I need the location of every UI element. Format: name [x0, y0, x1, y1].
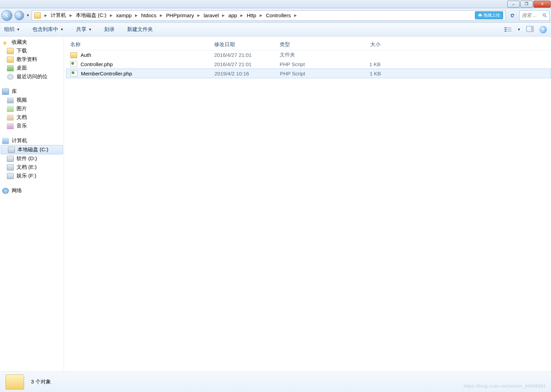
chevron-right-icon: ▶: [293, 13, 298, 17]
main-content-area: ★收藏夹 下载 教学资料 桌面 最近访问的位 库 视频 图片 文档 音乐 计算机…: [0, 37, 551, 371]
nav-forward-button[interactable]: [14, 11, 24, 20]
refresh-button[interactable]: [508, 11, 517, 20]
status-bar: 3 个对象: [0, 371, 551, 392]
chevron-right-icon: ▶: [239, 13, 245, 17]
nav-group-libraries: 库 视频 图片 文档 音乐: [0, 87, 64, 130]
preview-pane-button[interactable]: [526, 26, 534, 33]
nav-root-favorites[interactable]: ★收藏夹: [0, 38, 64, 47]
nav-libraries-label: 库: [12, 88, 17, 95]
search-input[interactable]: 搜索 ...: [519, 10, 550, 21]
nav-item-drive-f[interactable]: 娱乐 (F:): [0, 172, 64, 180]
nav-item-pictures[interactable]: 图片: [0, 104, 64, 113]
nav-item-music[interactable]: 音乐: [0, 122, 64, 130]
chevron-right-icon: ▶: [108, 13, 114, 17]
svg-rect-5: [507, 27, 511, 28]
crumb-phpprimary[interactable]: PHPprimary: [165, 12, 195, 19]
organize-menu[interactable]: 组织▼: [4, 26, 20, 33]
file-row[interactable]: MemberController.php2019/4/2 10:16PHP Sc…: [66, 69, 551, 78]
nav-back-button[interactable]: [1, 10, 12, 21]
nav-item-teaching[interactable]: 教学资料: [0, 55, 64, 64]
nav-network-label: 网络: [12, 187, 22, 194]
star-icon: ★: [2, 39, 9, 45]
nav-history-dropdown[interactable]: ▼: [26, 13, 30, 17]
nav-item-videos[interactable]: 视频: [0, 96, 64, 104]
crumb-drive-c[interactable]: 本地磁盘 (C:): [74, 11, 108, 19]
crumb-http[interactable]: Http: [245, 12, 258, 19]
file-name: Auth: [81, 52, 91, 58]
include-label: 包含到库中: [32, 26, 58, 33]
chevron-right-icon: ▶: [258, 13, 264, 17]
drive-icon: [7, 164, 14, 171]
crumb-app[interactable]: app: [227, 12, 238, 19]
nav-item-label: 软件 (D:): [17, 155, 37, 162]
cloud-upload-icon: [478, 13, 482, 18]
nav-item-recent[interactable]: 最近访问的位: [0, 72, 64, 81]
nav-item-drive-c[interactable]: 本地磁盘 (C:): [1, 145, 63, 154]
file-name: Controller.php: [81, 61, 113, 67]
nav-group-network: 网络: [0, 186, 64, 195]
search-placeholder: 搜索 ...: [522, 12, 537, 19]
crumb-xampp[interactable]: xampp: [115, 12, 133, 19]
navigation-pane[interactable]: ★收藏夹 下载 教学资料 桌面 最近访问的位 库 视频 图片 文档 音乐 计算机…: [0, 37, 64, 371]
column-header-name[interactable]: 名称: [66, 41, 214, 48]
help-button[interactable]: ?: [539, 26, 547, 33]
nav-item-drive-d[interactable]: 软件 (D:): [0, 154, 64, 163]
file-list-pane: 名称 修改日期 类型 大小 Auth2016/4/27 21:01文件夹Cont…: [64, 37, 551, 371]
upload-badge[interactable]: 拖拽上传: [475, 11, 503, 19]
window-minimize-button[interactable]: –: [507, 1, 520, 8]
file-modified: 2016/4/27 21:01: [214, 61, 280, 67]
window-titlebar: – ❐ ✕: [0, 0, 551, 8]
organize-label: 组织: [4, 26, 14, 33]
video-icon: [7, 97, 14, 103]
crumb-laravel[interactable]: laravel: [202, 12, 220, 19]
file-row[interactable]: Auth2016/4/27 21:01文件夹: [66, 50, 551, 60]
folder-icon: [34, 12, 41, 19]
nav-root-libraries[interactable]: 库: [0, 87, 64, 96]
column-headers[interactable]: 名称 修改日期 类型 大小: [66, 39, 551, 50]
column-header-modified[interactable]: 修改日期: [214, 41, 280, 48]
svg-rect-9: [531, 26, 533, 32]
crumb-htdocs[interactable]: htdocs: [140, 12, 158, 19]
crumb-computer[interactable]: 计算机: [49, 11, 67, 19]
drive-icon: [7, 156, 14, 162]
file-row[interactable]: Controller.php2016/4/27 21:01PHP Script1…: [66, 60, 551, 69]
file-size: 1 KB: [345, 71, 385, 76]
share-menu[interactable]: 共享▼: [76, 26, 92, 33]
change-view-button[interactable]: [504, 27, 512, 33]
column-header-type[interactable]: 类型: [280, 41, 345, 48]
crumb-controllers[interactable]: Controllers: [264, 12, 292, 19]
svg-line-1: [545, 16, 547, 17]
svg-rect-3: [505, 29, 507, 30]
nav-root-computer[interactable]: 计算机: [0, 136, 64, 145]
nav-item-desktop[interactable]: 桌面: [0, 64, 64, 72]
window-close-button[interactable]: ✕: [533, 1, 551, 8]
nav-item-downloads[interactable]: 下载: [0, 47, 64, 55]
file-name: MemberController.php: [81, 71, 132, 76]
nav-item-documents[interactable]: 文档: [0, 113, 64, 122]
nav-group-favorites: ★收藏夹 下载 教学资料 桌面 最近访问的位: [0, 38, 64, 81]
nav-item-label: 文档: [17, 114, 27, 121]
nav-item-label: 下载: [17, 48, 27, 54]
window-maximize-button[interactable]: ❐: [520, 1, 533, 8]
file-modified: 2016/4/27 21:01: [214, 52, 280, 58]
file-modified: 2019/4/2 10:16: [215, 71, 280, 76]
address-bar-row: ▼ ▶ 计算机 ▶ 本地磁盘 (C:) ▶ xampp ▶ htdocs ▶ P…: [0, 8, 551, 23]
drive-icon: [7, 173, 14, 179]
burn-button[interactable]: 刻录: [104, 26, 115, 33]
library-icon: [2, 89, 9, 95]
desktop-icon: [7, 65, 14, 71]
new-folder-button[interactable]: 新建文件夹: [127, 26, 153, 33]
nav-item-label: 音乐: [17, 123, 27, 129]
chevron-right-icon: ▶: [196, 13, 201, 17]
php-file-icon: [70, 61, 77, 67]
svg-rect-6: [507, 29, 511, 30]
view-dropdown[interactable]: ▼: [517, 28, 521, 31]
include-in-library-menu[interactable]: 包含到库中▼: [32, 26, 64, 33]
nav-root-network[interactable]: 网络: [0, 186, 64, 195]
address-breadcrumbs[interactable]: ▶ 计算机 ▶ 本地磁盘 (C:) ▶ xampp ▶ htdocs ▶ PHP…: [32, 10, 506, 21]
file-type: PHP Script: [280, 71, 345, 76]
column-header-size[interactable]: 大小: [345, 41, 385, 48]
nav-item-drive-e[interactable]: 文档 (E:): [0, 163, 64, 172]
nav-item-label: 文档 (E:): [17, 164, 37, 171]
file-rows-container: Auth2016/4/27 21:01文件夹Controller.php2016…: [66, 50, 551, 78]
